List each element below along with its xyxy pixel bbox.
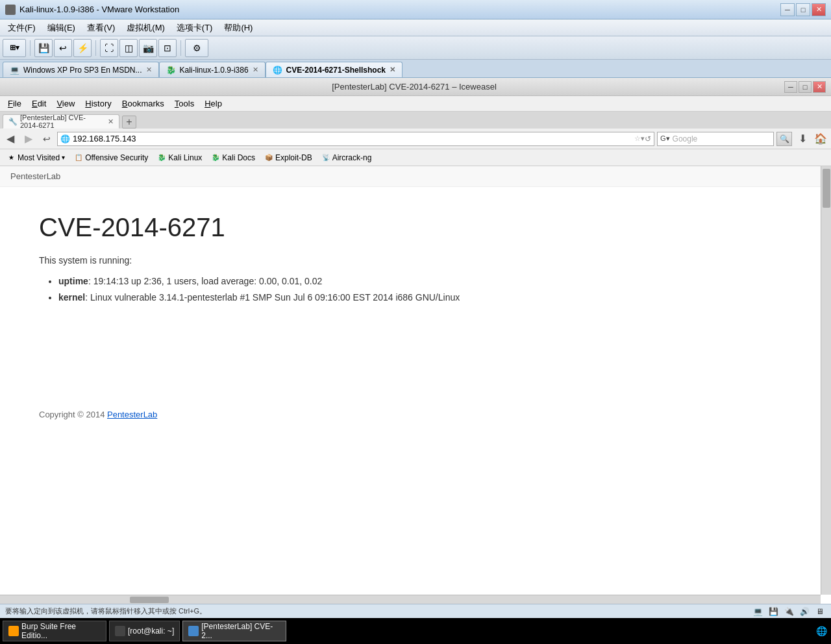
status-display-icon[interactable]: 🖥 [814, 606, 826, 617]
scrollbar-h-thumb[interactable] [130, 597, 169, 603]
browser-home-btn[interactable]: 🏠 [813, 131, 828, 147]
content-main: CVE-2014-6271 This system is running: up… [0, 187, 831, 445]
content-system-running: This system is running: [39, 255, 792, 266]
kali-task-terminal[interactable]: [root@kali: ~] [109, 621, 180, 641]
vmware-menu-help[interactable]: 帮助(H) [219, 21, 258, 35]
toolbar-power-btn[interactable]: ⚡ [73, 39, 92, 57]
browser-tab-close[interactable]: ✕ [108, 118, 114, 126]
browser-maximize-btn[interactable]: □ [799, 81, 812, 93]
browser-addressbar: ◀ ▶ ↩ 🌐 192.168.175.143 ☆ ▾ ↺ G▾ Google … [0, 129, 831, 149]
vm-tab-winxp-close[interactable]: ✕ [146, 66, 152, 74]
vm-tab-winxp[interactable]: 💻 Windows XP Pro SP3 En MSDN... ✕ [3, 62, 159, 77]
bookmark-offensive-security[interactable]: 📋 Offensive Security [70, 152, 152, 164]
browser-address-input[interactable]: 🌐 192.168.175.143 ☆ ▾ ↺ [57, 132, 654, 146]
browser-menu-view[interactable]: View [51, 97, 80, 110]
vm-tab-cve[interactable]: 🌐 CVE-2014-6271-Shellshock ✕ [266, 62, 403, 77]
systray-icon-1[interactable]: 🌐 [814, 624, 828, 638]
browser-menu-edit[interactable]: Edit [27, 97, 51, 110]
vm-tab-cve-label: CVE-2014-6271-Shellshock [286, 66, 386, 75]
browser-search-go-btn[interactable]: 🔍 [776, 132, 792, 146]
vmware-menu-tabs[interactable]: 选项卡(T) [171, 21, 218, 35]
browser-close-btn[interactable]: ✕ [813, 81, 826, 93]
vm-tab-kali[interactable]: 🐉 Kali-linux-1.0.9-i386 ✕ [159, 62, 266, 77]
copyright-link[interactable]: PentesterLab [107, 410, 157, 419]
toolbar-autofit-btn[interactable]: ⊡ [158, 39, 177, 57]
vmware-menu-view[interactable]: 查看(V) [82, 21, 120, 35]
kali-task-browser[interactable]: [PentesterLab] CVE-2... [182, 621, 286, 641]
content-list: uptime: 19:14:13 up 2:36, 1 users, load … [39, 273, 792, 306]
browser-menubar: File Edit View History Bookmarks Tools H… [0, 96, 831, 112]
bookmark-most-visited[interactable]: ★ Most Visited ▾ [3, 152, 69, 164]
browser-tab-label: [PentesterLab] CVE-2014-6271 [20, 114, 103, 129]
browser-refresh-btn[interactable]: ↩ [39, 131, 55, 147]
scrollbar-v-thumb[interactable] [823, 169, 830, 208]
content-uptime-item: uptime: 19:14:13 up 2:36, 1 users, load … [58, 273, 792, 290]
browser-minimize-btn[interactable]: ─ [784, 81, 797, 93]
exploit-db-icon: 📦 [264, 153, 273, 162]
status-hdd-icon[interactable]: 💾 [767, 606, 779, 617]
toolbar-fullscreen-btn[interactable]: ⛶ [100, 39, 118, 57]
vmware-maximize-btn[interactable]: □ [796, 3, 810, 16]
bookmark-kali-docs[interactable]: 🐉 Kali Docs [207, 152, 259, 164]
most-visited-dropdown-icon: ▾ [62, 154, 65, 161]
uptime-value: : 19:14:13 up 2:36, 1 users, load averag… [88, 276, 322, 286]
kernel-label: kernel [58, 292, 85, 303]
bookmark-exploit-db[interactable]: 📦 Exploit-DB [260, 152, 316, 164]
toolbar-suspend-btn[interactable]: 💾 [34, 39, 53, 57]
status-usb-icon[interactable]: 💻 [752, 606, 763, 617]
kali-task-terminal-label: [root@kali: ~] [128, 626, 174, 636]
most-visited-icon: ★ [6, 153, 16, 162]
vmware-minimize-btn[interactable]: ─ [780, 3, 795, 16]
bookmark-aircrack[interactable]: 📡 Aircrack-ng [317, 152, 376, 164]
browser-new-tab-btn[interactable]: + [122, 116, 136, 129]
vm-tab-cve-icon: 🌐 [273, 66, 282, 75]
browser-forward-btn[interactable]: ▶ [21, 131, 36, 147]
browser-menu-history[interactable]: History [80, 97, 116, 110]
browser-task-icon [188, 626, 199, 636]
content-breadcrumb: PentesterLab [0, 166, 831, 187]
bookmark-kali-linux[interactable]: 🐉 Kali Linux [153, 152, 206, 164]
vmware-close-btn[interactable]: ✕ [812, 3, 826, 16]
vm-tab-winxp-icon: 💻 [10, 66, 19, 75]
vmware-win-controls: ─ □ ✕ [780, 3, 826, 16]
vmware-menu-edit[interactable]: 编辑(E) [42, 21, 81, 35]
browser-menu-bookmarks[interactable]: Bookmarks [117, 97, 169, 110]
vm-tab-cve-close[interactable]: ✕ [390, 66, 395, 74]
browser-search-input[interactable]: G▾ Google [657, 132, 774, 146]
content-kernel-item: kernel: Linux vulnerable 3.14.1-penteste… [58, 290, 792, 306]
browser-tab-main[interactable]: 🔧 [PentesterLab] CVE-2014-6271 ✕ [3, 114, 119, 129]
vmware-status-icons: 💻 💾 🔌 🔊 🖥 [752, 606, 826, 617]
browser-back-btn[interactable]: ◀ [3, 131, 18, 147]
vmware-menubar: 文件(F) 编辑(E) 查看(V) 虚拟机(M) 选项卡(T) 帮助(H) [0, 19, 831, 36]
bookmark-offensive-security-label: Offensive Security [85, 153, 148, 162]
toolbar-unity-btn[interactable]: ◫ [119, 39, 138, 57]
browser-window: [PentesterLab] CVE-2014-6271 – Iceweasel… [0, 78, 831, 604]
search-placeholder: Google [673, 134, 698, 143]
toolbar-revert-btn[interactable]: ↩ [54, 39, 72, 57]
toolbar-snapshot-btn[interactable]: 📷 [139, 39, 157, 57]
browser-scrollbar-h[interactable] [0, 595, 821, 604]
browser-download-btn[interactable]: ⬇ [795, 131, 810, 147]
browser-menu-file[interactable]: File [3, 97, 27, 110]
toolbar-settings-btn[interactable]: ⚙ [185, 39, 208, 57]
vm-tab-kali-close[interactable]: ✕ [253, 66, 258, 74]
address-reload-icon[interactable]: ↺ [645, 134, 651, 143]
browser-menu-help[interactable]: Help [199, 97, 227, 110]
kali-task-browser-label: [PentesterLab] CVE-2... [201, 622, 280, 640]
browser-menu-tools[interactable]: Tools [169, 97, 199, 110]
vmware-menu-vm[interactable]: 虚拟机(M) [121, 21, 170, 35]
copyright-text: Copyright © 2014 [39, 410, 107, 419]
browser-title-text: [PentesterLab] CVE-2014-6271 – Iceweasel [44, 82, 784, 92]
status-sound-icon[interactable]: 🔊 [799, 606, 810, 617]
bookmark-exploit-db-label: Exploit-DB [275, 153, 312, 162]
browser-content: PentesterLab CVE-2014-6271 This system i… [0, 166, 831, 604]
toolbar-home-btn[interactable]: ⊞▾ [3, 39, 26, 57]
status-network-icon[interactable]: 🔌 [783, 606, 795, 617]
browser-scrollbar-v[interactable] [821, 166, 831, 595]
bookmark-kali-docs-label: Kali Docs [222, 153, 255, 162]
vm-tab-kali-icon: 🐉 [166, 66, 176, 75]
terminal-task-icon [115, 626, 125, 636]
offensive-security-icon: 📋 [74, 153, 83, 162]
kali-task-burp[interactable]: Burp Suite Free Editio... [3, 621, 106, 641]
vmware-menu-file[interactable]: 文件(F) [3, 21, 41, 35]
